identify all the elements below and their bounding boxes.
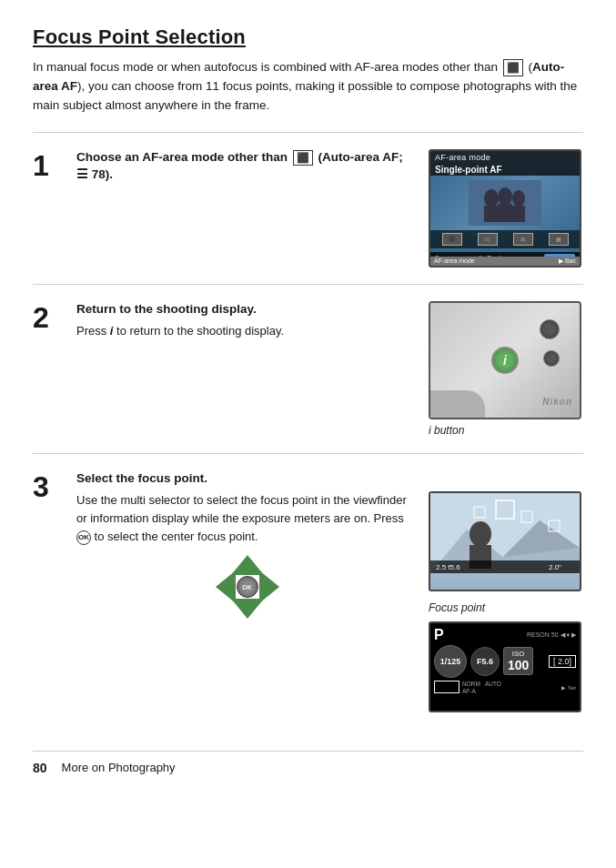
bottom-af-mode: AF-area mode [434,257,475,265]
i-button-caption: i button [429,424,464,437]
viewfinder-svg: 2.5 f5.6 2.0" [430,493,580,573]
iso-value: 100 [508,658,529,672]
af-area-label: AF-area mode [435,153,490,162]
shutter-speed-dial: 1/125 [434,645,467,678]
set-label: ▶ Set [561,684,576,691]
step-2-desc: Press i to return to the shooting displa… [76,322,414,340]
info-main-values: 1/125 F5.6 ISO 100 [ 2.0] [434,645,576,678]
auto-text: AUTO [485,681,501,687]
exposure-comp-box: [ 2.0] [549,655,576,668]
step-3-selector-area: Use the multi selector to select the foc… [76,491,418,628]
af-icon-step1: ⬛ [293,150,313,166]
norm-label: NORM AUTO [462,681,559,687]
icon-box-4: ▦ [549,233,569,246]
info-top-row: P RESON 50 ◀ ♦ ▶ [434,627,576,643]
focus-point-box [434,681,459,693]
svg-rect-4 [484,206,499,222]
svg-point-10 [470,521,491,547]
aperture-value: F5.6 [477,657,493,666]
step-3-content: Select the focus point. Use the multi se… [76,470,583,712]
page-footer: 80 More on Photography [33,751,583,775]
camera-btn-top-1 [540,319,560,339]
step-2-title: Return to the shooting display. [76,301,414,318]
i-button: i [491,347,519,374]
step-2-content: Return to the shooting display. Press i … [76,301,414,340]
step-3-desc: Use the multi selector to select the foc… [76,491,418,546]
step-1-title: Choose an AF-area mode other than ⬛ (Aut… [76,149,414,184]
info-screen: P RESON 50 ◀ ♦ ▶ 1/125 F5.6 ISO 10 [429,621,581,712]
camera-btn-top-2 [543,350,560,367]
photo-area [430,176,580,230]
step-1-number: 1 [33,151,62,180]
shutter-value: 1/125 [440,657,461,666]
step-3-images: 2.5 f5.6 2.0" Focus point P RESON 50 ◀ ♦… [429,491,583,712]
step-1: 1 Choose an AF-area mode other than ⬛ (A… [33,132,583,284]
step-3-row: Use the multi selector to select the foc… [76,491,583,712]
af-area-icon: ⬛ [503,59,523,76]
af-label: AF-A [462,688,559,694]
arrow-left-icon [216,570,236,603]
aperture-dial: F5.6 [470,647,500,676]
step-1-image-area: AF-area mode Single-point AF [429,149,583,267]
multi-selector: OK [216,555,279,619]
step-3: 3 Select the focus point. Use the multi … [33,453,583,729]
step-2-number: 2 [33,303,62,332]
info-bottom-row: NORM AUTO AF-A ▶ Set [434,681,576,694]
info-top-right: RESON 50 ◀ ♦ ▶ [527,631,576,639]
camera-body: i Nikon [429,301,581,419]
svg-point-2 [498,187,512,206]
svg-text:2.5  f5.6: 2.5 f5.6 [436,563,460,571]
step-3-number: 3 [33,472,62,501]
svg-text:2.0": 2.0" [549,563,561,571]
icon-box-1: ⬛ [442,233,462,246]
ok-center-button[interactable]: OK [237,576,258,598]
svg-rect-6 [512,206,525,222]
arrow-right-icon [259,570,279,603]
photo-preview [469,180,541,226]
iso-label: ISO [508,650,529,658]
step-1-content: Choose an AF-area mode other than ⬛ (Aut… [76,149,414,187]
bottom-back: ▶ Bac [559,257,576,265]
nikon-logo: Nikon [542,397,572,407]
footer-section: More on Photography [62,761,176,774]
viewfinder-bg: 2.5 f5.6 2.0" [430,493,580,590]
focus-point-caption: Focus point [429,601,583,614]
icon-box-3: ⊞ [513,233,533,246]
norm-text: NORM [462,681,480,687]
camera-body-bg: i Nikon [430,303,580,418]
step-2-image-area: i Nikon i button [429,301,583,437]
screen-top-bar: AF-area mode [430,151,580,164]
step-1-camera-screen: AF-area mode Single-point AF [429,149,581,267]
step-3-title: Select the focus point. [76,470,583,488]
corner-detail [430,390,485,418]
iso-block: ISO 100 [503,647,533,675]
bottom-status-bar: AF-area mode ▶ Bac [430,257,580,266]
svg-point-1 [484,189,499,207]
icons-row: ⬛ ⊡ ⊞ ▦ [430,230,580,248]
step-2: 2 Return to the shooting display. Press … [33,284,583,453]
intro-text: In manual focus mode or when autofocus i… [33,58,583,116]
shooting-mode: P [434,627,444,643]
page-title: Focus Point Selection [33,25,583,49]
viewfinder-screen: 2.5 f5.6 2.0" [429,491,581,591]
page-number: 80 [33,761,47,775]
i-icon-inline: i [110,322,114,340]
svg-point-3 [512,190,525,207]
svg-rect-5 [498,204,512,222]
ok-icon-inline: OK [76,530,91,545]
bottom-labels: NORM AUTO AF-A [462,681,559,694]
icon-box-2: ⊡ [478,233,498,246]
af-mode-text: Single-point AF [430,164,580,176]
